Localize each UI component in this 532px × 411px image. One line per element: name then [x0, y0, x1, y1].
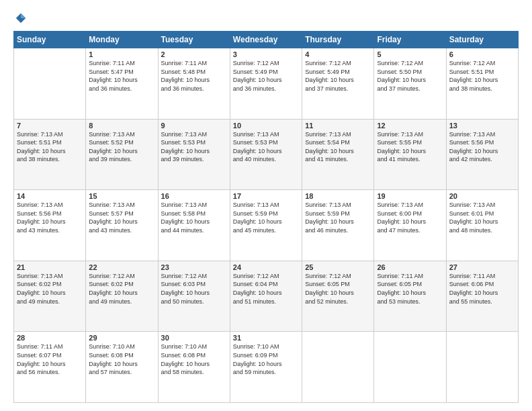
day-of-week-header: Sunday [14, 32, 86, 48]
calendar-cell: 11Sunrise: 7:13 AM Sunset: 5:54 PM Dayli… [302, 119, 374, 190]
day-number: 8 [89, 122, 154, 130]
day-info: Sunrise: 7:12 AM Sunset: 5:49 PM Dayligh… [305, 59, 371, 93]
day-info: Sunrise: 7:13 AM Sunset: 5:57 PM Dayligh… [89, 201, 154, 234]
day-number: 19 [377, 192, 443, 200]
day-info: Sunrise: 7:10 AM Sunset: 6:09 PM Dayligh… [233, 342, 299, 376]
day-number: 29 [89, 334, 154, 342]
day-info: Sunrise: 7:12 AM Sunset: 6:04 PM Dayligh… [233, 272, 299, 306]
calendar-cell: 19Sunrise: 7:13 AM Sunset: 6:00 PM Dayli… [374, 190, 446, 261]
day-number: 26 [377, 263, 443, 271]
day-info: Sunrise: 7:12 AM Sunset: 5:51 PM Dayligh… [449, 59, 515, 93]
calendar-cell: 22Sunrise: 7:12 AM Sunset: 6:02 PM Dayli… [86, 261, 158, 332]
calendar-cell: 9Sunrise: 7:13 AM Sunset: 5:53 PM Daylig… [158, 119, 230, 190]
logo [13, 12, 27, 24]
day-of-week-header: Tuesday [158, 32, 230, 48]
day-info: Sunrise: 7:13 AM Sunset: 5:52 PM Dayligh… [89, 130, 154, 164]
calendar-week-row: 14Sunrise: 7:13 AM Sunset: 5:56 PM Dayli… [14, 190, 519, 261]
calendar-cell: 15Sunrise: 7:13 AM Sunset: 5:57 PM Dayli… [86, 190, 158, 261]
day-number: 25 [305, 263, 371, 271]
calendar-cell: 6Sunrise: 7:12 AM Sunset: 5:51 PM Daylig… [446, 48, 518, 120]
calendar-week-row: 28Sunrise: 7:11 AM Sunset: 6:07 PM Dayli… [14, 332, 519, 403]
calendar-cell: 13Sunrise: 7:13 AM Sunset: 5:56 PM Dayli… [446, 119, 518, 190]
day-info: Sunrise: 7:10 AM Sunset: 6:08 PM Dayligh… [161, 342, 227, 376]
day-number: 23 [161, 263, 227, 271]
day-info: Sunrise: 7:12 AM Sunset: 5:50 PM Dayligh… [377, 59, 443, 93]
day-number: 2 [161, 50, 227, 58]
calendar-cell: 25Sunrise: 7:12 AM Sunset: 6:05 PM Dayli… [302, 261, 374, 332]
day-number: 31 [233, 334, 299, 342]
calendar-cell: 5Sunrise: 7:12 AM Sunset: 5:50 PM Daylig… [374, 48, 446, 120]
day-number: 4 [305, 50, 371, 58]
day-number: 14 [17, 192, 83, 200]
day-number: 1 [89, 50, 154, 58]
calendar-cell: 17Sunrise: 7:13 AM Sunset: 5:59 PM Dayli… [230, 190, 302, 261]
day-number: 16 [161, 192, 227, 200]
day-number: 13 [449, 122, 515, 130]
calendar-cell [302, 332, 374, 403]
calendar-cell: 21Sunrise: 7:13 AM Sunset: 6:02 PM Dayli… [14, 261, 86, 332]
calendar-cell: 3Sunrise: 7:12 AM Sunset: 5:49 PM Daylig… [230, 48, 302, 120]
day-of-week-header: Saturday [446, 32, 518, 48]
day-info: Sunrise: 7:13 AM Sunset: 5:56 PM Dayligh… [449, 130, 515, 164]
day-info: Sunrise: 7:11 AM Sunset: 6:07 PM Dayligh… [17, 342, 83, 376]
day-number: 5 [377, 50, 443, 58]
day-info: Sunrise: 7:11 AM Sunset: 6:05 PM Dayligh… [377, 272, 443, 306]
day-of-week-header: Thursday [302, 32, 374, 48]
calendar-header-row: SundayMondayTuesdayWednesdayThursdayFrid… [14, 32, 519, 48]
day-number: 20 [449, 192, 515, 200]
day-info: Sunrise: 7:12 AM Sunset: 6:02 PM Dayligh… [89, 272, 154, 306]
calendar-cell: 30Sunrise: 7:10 AM Sunset: 6:08 PM Dayli… [158, 332, 230, 403]
calendar-cell: 4Sunrise: 7:12 AM Sunset: 5:49 PM Daylig… [302, 48, 374, 120]
calendar-cell: 2Sunrise: 7:11 AM Sunset: 5:48 PM Daylig… [158, 48, 230, 120]
calendar-cell: 24Sunrise: 7:12 AM Sunset: 6:04 PM Dayli… [230, 261, 302, 332]
day-number: 12 [377, 122, 443, 130]
calendar-cell: 8Sunrise: 7:13 AM Sunset: 5:52 PM Daylig… [86, 119, 158, 190]
day-number: 9 [161, 122, 227, 130]
day-number: 10 [233, 122, 299, 130]
day-number: 22 [89, 263, 154, 271]
header [13, 12, 519, 24]
day-number: 21 [17, 263, 83, 271]
day-info: Sunrise: 7:13 AM Sunset: 5:53 PM Dayligh… [161, 130, 227, 164]
logo-icon [15, 12, 27, 24]
day-info: Sunrise: 7:13 AM Sunset: 5:58 PM Dayligh… [161, 201, 227, 234]
calendar-cell [374, 332, 446, 403]
day-number: 6 [449, 50, 515, 58]
day-of-week-header: Wednesday [230, 32, 302, 48]
day-info: Sunrise: 7:13 AM Sunset: 5:53 PM Dayligh… [233, 130, 299, 164]
calendar-cell: 23Sunrise: 7:12 AM Sunset: 6:03 PM Dayli… [158, 261, 230, 332]
day-info: Sunrise: 7:10 AM Sunset: 6:08 PM Dayligh… [89, 342, 154, 376]
day-info: Sunrise: 7:11 AM Sunset: 5:47 PM Dayligh… [89, 59, 154, 93]
day-number: 24 [233, 263, 299, 271]
day-number: 17 [233, 192, 299, 200]
svg-marker-1 [21, 13, 26, 18]
page: SundayMondayTuesdayWednesdayThursdayFrid… [0, 0, 532, 411]
day-info: Sunrise: 7:12 AM Sunset: 6:05 PM Dayligh… [305, 272, 371, 306]
calendar-cell: 28Sunrise: 7:11 AM Sunset: 6:07 PM Dayli… [14, 332, 86, 403]
calendar-week-row: 21Sunrise: 7:13 AM Sunset: 6:02 PM Dayli… [14, 261, 519, 332]
day-info: Sunrise: 7:13 AM Sunset: 5:55 PM Dayligh… [377, 130, 443, 164]
calendar-cell: 14Sunrise: 7:13 AM Sunset: 5:56 PM Dayli… [14, 190, 86, 261]
calendar-cell: 29Sunrise: 7:10 AM Sunset: 6:08 PM Dayli… [86, 332, 158, 403]
calendar-cell: 31Sunrise: 7:10 AM Sunset: 6:09 PM Dayli… [230, 332, 302, 403]
day-number: 7 [17, 122, 83, 130]
calendar-cell: 16Sunrise: 7:13 AM Sunset: 5:58 PM Dayli… [158, 190, 230, 261]
calendar-cell: 26Sunrise: 7:11 AM Sunset: 6:05 PM Dayli… [374, 261, 446, 332]
day-info: Sunrise: 7:13 AM Sunset: 6:00 PM Dayligh… [377, 201, 443, 234]
calendar-cell [14, 48, 86, 120]
calendar-cell: 27Sunrise: 7:11 AM Sunset: 6:06 PM Dayli… [446, 261, 518, 332]
calendar-week-row: 1Sunrise: 7:11 AM Sunset: 5:47 PM Daylig… [14, 48, 519, 120]
calendar-cell: 10Sunrise: 7:13 AM Sunset: 5:53 PM Dayli… [230, 119, 302, 190]
day-info: Sunrise: 7:13 AM Sunset: 5:56 PM Dayligh… [17, 201, 83, 234]
day-number: 28 [17, 334, 83, 342]
day-info: Sunrise: 7:13 AM Sunset: 6:02 PM Dayligh… [17, 272, 83, 306]
calendar-week-row: 7Sunrise: 7:13 AM Sunset: 5:51 PM Daylig… [14, 119, 519, 190]
calendar-cell [446, 332, 518, 403]
day-info: Sunrise: 7:13 AM Sunset: 5:51 PM Dayligh… [17, 130, 83, 164]
day-info: Sunrise: 7:13 AM Sunset: 5:54 PM Dayligh… [305, 130, 371, 164]
day-number: 11 [305, 122, 371, 130]
calendar-cell: 7Sunrise: 7:13 AM Sunset: 5:51 PM Daylig… [14, 119, 86, 190]
calendar-cell: 20Sunrise: 7:13 AM Sunset: 6:01 PM Dayli… [446, 190, 518, 261]
day-of-week-header: Monday [86, 32, 158, 48]
day-info: Sunrise: 7:13 AM Sunset: 5:59 PM Dayligh… [233, 201, 299, 234]
